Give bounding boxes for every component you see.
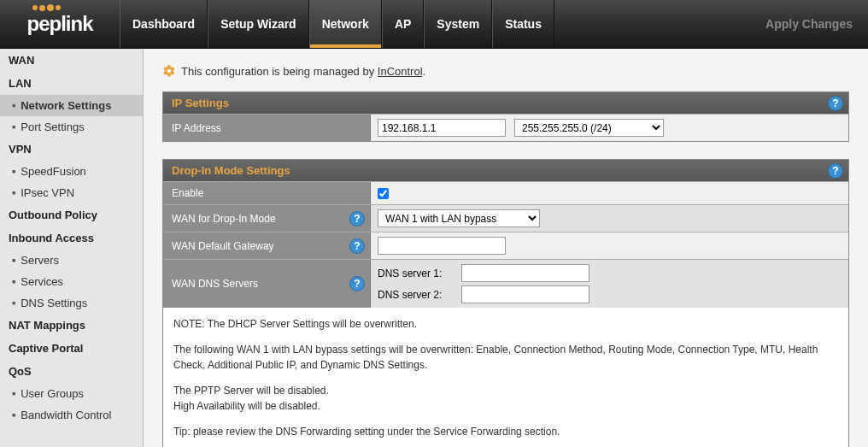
ip-address-label: IP Address: [163, 115, 371, 141]
apply-changes-button[interactable]: Apply Changes: [750, 0, 868, 48]
sidebar-item-user-groups[interactable]: User Groups: [0, 383, 143, 404]
sidebar-item-ipsec-vpn[interactable]: IPsec VPN: [0, 182, 143, 203]
wan-dns-label: WAN DNS Servers ?: [163, 260, 371, 308]
enable-label: Enable: [163, 182, 371, 204]
dropin-mode-header: Drop-In Mode Settings ?: [163, 160, 848, 181]
dns1-label: DNS server 1:: [378, 268, 456, 279]
help-icon[interactable]: ?: [349, 211, 365, 226]
tab-system[interactable]: System: [424, 0, 492, 48]
incontrol-link[interactable]: InControl: [378, 65, 423, 78]
sidebar-section-captive-portal[interactable]: Captive Portal: [0, 337, 143, 360]
logo-dots-icon: [32, 5, 61, 11]
help-icon[interactable]: ?: [828, 96, 843, 111]
sidebar-section-nat-mappings[interactable]: NAT Mappings: [0, 314, 143, 337]
subnet-mask-select[interactable]: 255.255.255.0 (/24): [514, 119, 664, 137]
notice-text: This configuration is being managed by I…: [181, 65, 425, 78]
ip-settings-panel: IP Settings ? IP Address 255.255.255.0 (…: [162, 91, 849, 142]
dns2-label: DNS server 2:: [378, 289, 456, 301]
wan-dropin-label: WAN for Drop-In Mode ?: [163, 205, 371, 232]
sidebar-section-lan[interactable]: LAN: [0, 72, 143, 95]
sidebar-section-vpn[interactable]: VPN: [0, 138, 143, 161]
tab-dashboard[interactable]: Dashboard: [120, 0, 208, 48]
main-content: This configuration is being managed by I…: [144, 49, 868, 447]
enable-checkbox[interactable]: [378, 188, 389, 199]
tab-status[interactable]: Status: [492, 0, 554, 48]
sidebar-item-dns-settings[interactable]: DNS Settings: [0, 292, 143, 314]
brand-logo: peplink: [0, 0, 120, 48]
sidebar-item-servers[interactable]: Servers: [0, 250, 143, 271]
ip-settings-header: IP Settings ?: [163, 92, 848, 114]
dropin-note: NOTE: The DHCP Server Settings will be o…: [163, 308, 848, 447]
sidebar-item-speedfusion[interactable]: SpeedFusion: [0, 161, 143, 182]
sidebar-item-network-settings[interactable]: Network Settings: [0, 95, 143, 116]
sidebar-section-outbound-policy[interactable]: Outbound Policy: [0, 203, 143, 226]
dns2-input[interactable]: [461, 285, 589, 303]
wan-dropin-select[interactable]: WAN 1 with LAN bypass: [378, 209, 540, 227]
top-bar: peplink Dashboard Setup Wizard Network A…: [0, 0, 868, 49]
help-icon[interactable]: ?: [349, 238, 365, 254]
tab-ap[interactable]: AP: [382, 0, 424, 48]
ip-address-input[interactable]: [378, 119, 506, 137]
help-icon[interactable]: ?: [828, 163, 843, 179]
brand-text: peplink: [26, 12, 92, 35]
sidebar-section-qos[interactable]: QoS: [0, 360, 143, 383]
sidebar-section-inbound-access[interactable]: Inbound Access: [0, 226, 143, 250]
sidebar-item-port-settings[interactable]: Port Settings: [0, 116, 143, 138]
sidebar-section-wan[interactable]: WAN: [0, 49, 143, 72]
incontrol-notice: This configuration is being managed by I…: [162, 64, 849, 78]
wan-gateway-label: WAN Default Gateway ?: [163, 232, 371, 259]
top-nav: Dashboard Setup Wizard Network AP System…: [120, 0, 868, 48]
help-icon[interactable]: ?: [349, 276, 365, 291]
dns1-input[interactable]: [461, 264, 589, 282]
sidebar: WAN LAN Network Settings Port Settings V…: [0, 49, 144, 447]
tab-setup-wizard[interactable]: Setup Wizard: [208, 0, 309, 48]
wan-gateway-input[interactable]: [378, 237, 506, 255]
tab-network[interactable]: Network: [309, 0, 382, 48]
sidebar-item-bandwidth-control[interactable]: Bandwidth Control: [0, 404, 143, 426]
gear-icon: [162, 64, 176, 78]
dropin-mode-panel: Drop-In Mode Settings ? Enable WAN for D…: [162, 159, 849, 447]
sidebar-item-services[interactable]: Services: [0, 271, 143, 292]
